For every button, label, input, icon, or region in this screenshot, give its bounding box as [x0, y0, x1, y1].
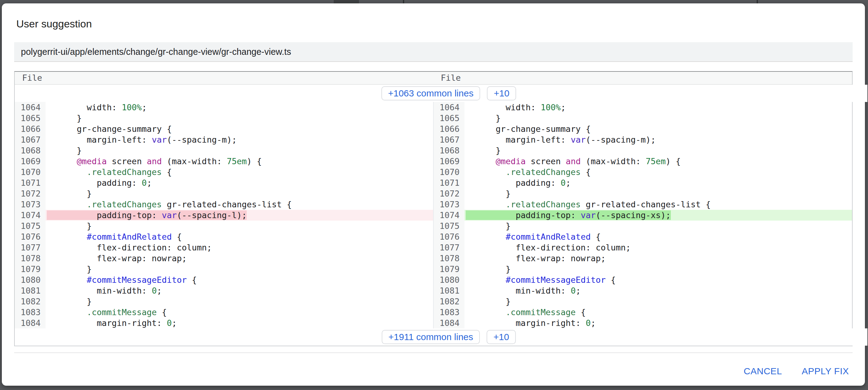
- expander-row-top: +1063 common lines+10: [30, 85, 867, 102]
- line-number-left[interactable]: 1084: [15, 317, 45, 328]
- background-window-divider: [757, 0, 758, 3]
- diff-row: 1080 #commitMessageEditor {1080 #commitM…: [15, 275, 852, 285]
- code-line-right: .relatedChanges {: [464, 167, 852, 177]
- code-line-left: margin-right: 0;: [45, 317, 433, 328]
- line-number-right[interactable]: 1070: [433, 167, 464, 177]
- line-number-right[interactable]: 1074: [433, 210, 464, 221]
- line-number-right[interactable]: 1075: [433, 221, 464, 231]
- line-number-left[interactable]: 1077: [15, 242, 45, 253]
- code-line-left: }: [45, 113, 433, 123]
- diff-row: 1067 margin-left: var(--spacing-m);1067 …: [15, 134, 852, 145]
- code-line-right: .commitMessage {: [464, 307, 852, 317]
- line-number-left[interactable]: 1064: [15, 102, 45, 113]
- line-number-right[interactable]: 1080: [433, 275, 464, 285]
- diff-row: 1084 margin-right: 0;1084 margin-right: …: [15, 317, 852, 328]
- diff-row: 1077 flex-direction: column;1077 flex-di…: [15, 242, 852, 253]
- code-line-left: }: [45, 221, 433, 231]
- diff-table: File File +1063 common lines+101064 widt…: [14, 71, 852, 346]
- line-number-right[interactable]: 1072: [433, 188, 464, 199]
- expander-row-bottom: +1911 common lines+10: [30, 328, 867, 346]
- line-number-left[interactable]: 1074: [15, 210, 45, 221]
- line-number-right[interactable]: 1064: [433, 102, 464, 113]
- diff-body: +1063 common lines+101064 width: 100%;10…: [15, 85, 852, 346]
- code-line-right: .relatedChanges gr-related-changes-list …: [464, 199, 852, 210]
- line-number-left[interactable]: 1066: [15, 123, 45, 134]
- line-number-left[interactable]: 1080: [15, 275, 45, 285]
- code-line-right: padding-top: var(--spacing-xs);: [464, 210, 852, 221]
- diff-row: 1070 .relatedChanges {1070 .relatedChang…: [15, 167, 852, 177]
- code-line-right: min-width: 0;: [464, 285, 852, 296]
- line-number-right[interactable]: 1081: [433, 285, 464, 296]
- cancel-button[interactable]: CANCEL: [742, 363, 784, 379]
- code-line-right: #commitMessageEditor {: [464, 275, 852, 285]
- line-number-left[interactable]: 1072: [15, 188, 45, 199]
- diff-row: 1076 #commitAndRelated {1076 #commitAndR…: [15, 231, 852, 242]
- line-number-right[interactable]: 1069: [433, 156, 464, 167]
- line-number-left[interactable]: 1078: [15, 253, 45, 264]
- diff-row: 1064 width: 100%;1064 width: 100%;: [15, 102, 852, 113]
- line-number-right[interactable]: 1083: [433, 307, 464, 317]
- line-number-left[interactable]: 1067: [15, 134, 45, 145]
- code-line-left: #commitMessageEditor {: [45, 275, 433, 285]
- line-number-right[interactable]: 1084: [433, 317, 464, 328]
- expand-ten-lines-button-bottom[interactable]: +10: [487, 330, 516, 344]
- line-number-left[interactable]: 1070: [15, 167, 45, 177]
- code-line-left: min-width: 0;: [45, 285, 433, 296]
- line-number-left[interactable]: 1068: [15, 145, 45, 156]
- line-number-left[interactable]: 1082: [15, 296, 45, 307]
- code-line-right: }: [464, 296, 852, 307]
- code-line-left: padding: 0;: [45, 177, 433, 188]
- line-number-left[interactable]: 1076: [15, 231, 45, 242]
- line-number-right[interactable]: 1079: [433, 264, 464, 275]
- diff-row: 1082 }1082 }: [15, 296, 852, 307]
- line-number-left[interactable]: 1075: [15, 221, 45, 231]
- diff-row: 1073 .relatedChanges gr-related-changes-…: [15, 199, 852, 210]
- line-number-left[interactable]: 1079: [15, 264, 45, 275]
- diff-row: 1072 }1072 }: [15, 188, 852, 199]
- expand-common-lines-button-bottom[interactable]: +1911 common lines: [382, 330, 480, 344]
- diff-row: 1074 padding-top: var(--spacing-l);1074 …: [15, 210, 852, 221]
- line-number-left[interactable]: 1083: [15, 307, 45, 317]
- apply-fix-button[interactable]: APPLY FIX: [800, 363, 851, 379]
- line-number-left[interactable]: 1065: [15, 113, 45, 123]
- diff-row: 1075 }1075 }: [15, 221, 852, 231]
- code-line-left: }: [45, 296, 433, 307]
- code-line-right: flex-wrap: nowrap;: [464, 253, 852, 264]
- code-line-right: margin-left: var(--spacing-m);: [464, 134, 852, 145]
- line-number-right[interactable]: 1066: [433, 123, 464, 134]
- line-number-right[interactable]: 1077: [433, 242, 464, 253]
- line-number-right[interactable]: 1082: [433, 296, 464, 307]
- expand-ten-lines-button-top[interactable]: +10: [487, 86, 516, 101]
- line-number-right[interactable]: 1073: [433, 199, 464, 210]
- code-line-right: margin-right: 0;: [464, 317, 852, 328]
- code-line-right: padding: 0;: [464, 177, 852, 188]
- diff-row: 1065 }1065 }: [15, 113, 852, 123]
- line-number-left[interactable]: 1073: [15, 199, 45, 210]
- code-line-right: @media screen and (max-width: 75em) {: [464, 156, 852, 167]
- diff-row: 1078 flex-wrap: nowrap;1078 flex-wrap: n…: [15, 253, 852, 264]
- diff-row: 1081 min-width: 0;1081 min-width: 0;: [15, 285, 852, 296]
- code-line-right: }: [464, 264, 852, 275]
- line-number-right[interactable]: 1065: [433, 113, 464, 123]
- line-number-right[interactable]: 1076: [433, 231, 464, 242]
- line-number-right[interactable]: 1071: [433, 177, 464, 188]
- code-line-left: margin-left: var(--spacing-m);: [45, 134, 433, 145]
- code-line-left: }: [45, 145, 433, 156]
- line-number-left[interactable]: 1081: [15, 285, 45, 296]
- line-number-left[interactable]: 1071: [15, 177, 45, 188]
- diff-row: 1079 }1079 }: [15, 264, 852, 275]
- code-line-left: @media screen and (max-width: 75em) {: [45, 156, 433, 167]
- code-line-right: }: [464, 145, 852, 156]
- line-number-right[interactable]: 1068: [433, 145, 464, 156]
- line-number-right[interactable]: 1078: [433, 253, 464, 264]
- line-number-left[interactable]: 1069: [15, 156, 45, 167]
- expand-common-lines-button-top[interactable]: +1063 common lines: [381, 86, 480, 101]
- code-line-left: #commitAndRelated {: [45, 231, 433, 242]
- dialog-title: User suggestion: [16, 18, 865, 30]
- code-line-left: .commitMessage {: [45, 307, 433, 317]
- code-line-left: flex-wrap: nowrap;: [45, 253, 433, 264]
- dialog-footer: CANCEL APPLY FIX: [2, 353, 865, 379]
- line-number-right[interactable]: 1067: [433, 134, 464, 145]
- user-suggestion-dialog: User suggestion polygerrit-ui/app/elemen…: [2, 3, 865, 386]
- code-line-right: #commitAndRelated {: [464, 231, 852, 242]
